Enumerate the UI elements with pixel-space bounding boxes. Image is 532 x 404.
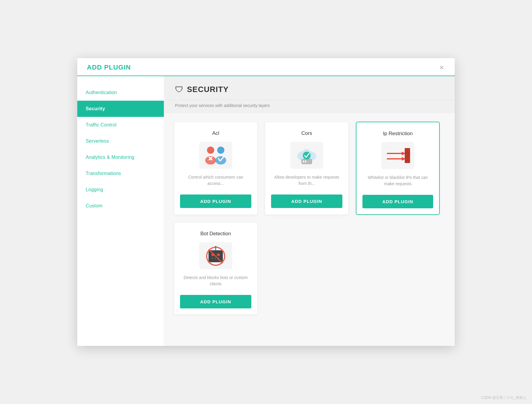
plugin-name-bot-detection: Bot Detection	[200, 231, 231, 237]
plugin-card-ip-restriction: Ip Restriction White	[356, 122, 440, 215]
sidebar-item-analytics-monitoring[interactable]: Analytics & Monitoring	[77, 149, 164, 165]
plugin-desc-cors: Allow developers to make requests from t…	[271, 174, 342, 187]
sidebar-item-serverless[interactable]: Serverless	[77, 133, 164, 149]
add-plugin-btn-cors[interactable]: ADD PLUGIN	[271, 195, 342, 208]
svg-rect-12	[305, 160, 306, 163]
svg-point-13	[303, 152, 311, 159]
plugin-icon-acl	[199, 142, 232, 169]
section-subtitle: Protect your services with additional se…	[164, 100, 455, 113]
plugin-desc-ip-restriction: Whitelist or blacklist IPs that can make…	[362, 174, 433, 188]
svg-point-0	[207, 147, 214, 154]
svg-rect-32	[213, 258, 214, 259]
add-plugin-btn-bot-detection[interactable]: ADD PLUGIN	[180, 295, 251, 308]
plugin-icon-cors	[290, 142, 323, 169]
modal-body: AuthenticationSecurityTraffic ControlSer…	[77, 76, 455, 346]
section-title: SECURITY	[187, 85, 229, 94]
security-icon: 🛡	[175, 85, 183, 94]
svg-point-4	[217, 147, 224, 154]
plugin-name-ip-restriction: Ip Restriction	[383, 131, 412, 137]
modal-header: ADD PLUGIN ×	[77, 58, 455, 76]
sidebar-item-authentication[interactable]: Authentication	[77, 85, 164, 101]
plugin-name-acl: Acl	[212, 130, 219, 136]
plugin-desc-bot-detection: Detects and blocks bots or custom client…	[180, 275, 251, 288]
plugin-icon-bot-detection	[199, 242, 232, 269]
plugins-grid: Acl Control which consumers can access..…	[164, 113, 455, 323]
svg-rect-11	[303, 160, 304, 163]
plugin-card-bot-detection: Bot Detection Detects and blo	[174, 222, 258, 315]
add-plugin-btn-acl[interactable]: ADD PLUGIN	[180, 195, 251, 208]
sidebar-item-security[interactable]: Security	[77, 101, 164, 117]
plugin-name-cors: Cors	[301, 130, 312, 136]
plugin-card-cors: Cors Allow developers to make requests f…	[265, 122, 349, 215]
svg-rect-30	[217, 254, 220, 256]
modal-title: ADD PLUGIN	[87, 64, 131, 71]
add-plugin-btn-ip-restriction[interactable]: ADD PLUGIN	[362, 195, 433, 208]
main-content: 🛡 SECURITY Protect your services with ad…	[164, 76, 455, 346]
plugin-desc-acl: Control which consumers can access...	[180, 174, 251, 187]
plugin-card-acl: Acl Control which consumers can access..…	[174, 122, 258, 215]
sidebar-item-logging[interactable]: Logging	[77, 182, 164, 198]
sidebar-item-transformations[interactable]: Transformations	[77, 165, 164, 182]
close-button[interactable]: ×	[438, 64, 445, 71]
add-plugin-modal: ADD PLUGIN × AuthenticationSecurityTraff…	[77, 58, 455, 346]
svg-point-1	[205, 156, 216, 165]
sidebar-item-custom[interactable]: Custom	[77, 198, 164, 214]
plugin-icon-ip-restriction	[381, 142, 414, 169]
sidebar: AuthenticationSecurityTraffic ControlSer…	[77, 76, 164, 346]
watermark: CSDN @天草二十六_简村人	[481, 395, 527, 400]
section-header: 🛡 SECURITY	[164, 76, 455, 100]
sidebar-item-traffic-control[interactable]: Traffic Control	[77, 117, 164, 133]
